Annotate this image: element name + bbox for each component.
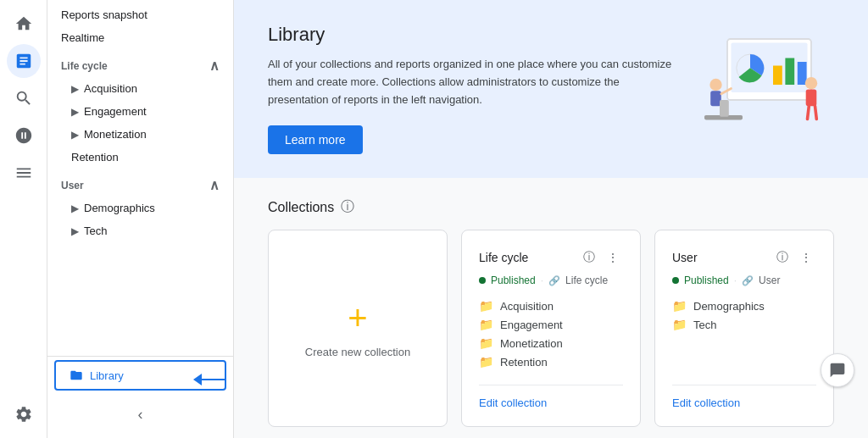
user-section-header[interactable]: User ∧ [47,169,233,197]
engagement-arrow-icon: ▶ [71,106,79,118]
svg-point-6 [709,79,721,91]
learn-more-button[interactable]: Learn more [268,125,363,154]
settings-nav-icon[interactable] [7,397,41,431]
user-card-title: User [672,251,698,264]
user-info-icon[interactable]: ⓘ [772,247,793,268]
lifecycle-collection-card: Life cycle ⓘ ⋮ Published · 🔗 Life cycle … [461,230,641,427]
chat-float-button[interactable] [821,353,854,387]
chat-icon [829,362,846,379]
svg-rect-14 [720,100,729,117]
lifecycle-card-header: Life cycle ⓘ ⋮ [479,247,623,268]
create-collection-card[interactable]: + Create new collection [268,230,448,427]
folder-icon: 📁 [672,318,687,331]
lifecycle-card-icons: ⓘ ⋮ [579,247,623,268]
monetization-arrow-icon: ▶ [71,129,79,141]
library-folder-icon [70,369,83,382]
user-link-icon: 🔗 [742,275,754,286]
list-item: 📁 Acquisition [479,297,623,315]
list-item: 📁 Retention [479,352,623,371]
lifecycle-published-label: Published [491,274,536,286]
user-chevron-icon: ∧ [209,177,220,193]
folder-icon: 📁 [479,336,493,350]
explore-nav-icon[interactable] [7,81,41,115]
reports-snapshot-nav[interactable]: Reports snapshot [47,3,233,26]
main-content: Library All of your collections and repo… [234,0,868,438]
library-banner: Library All of your collections and repo… [234,0,868,178]
user-published-label: Published [684,274,729,286]
user-card-items: 📁 Demographics 📁 Tech [672,297,816,371]
reports-nav-icon[interactable] [7,44,41,78]
retention-nav[interactable]: Retention [47,146,233,169]
library-nav[interactable]: Library [54,360,226,391]
folder-icon: 📁 [479,355,493,369]
lifecycle-more-icon[interactable]: ⋮ [603,247,623,268]
user-card-icons: ⓘ ⋮ [772,247,816,268]
collections-grid: + Create new collection Life cycle ⓘ ⋮ P… [268,230,834,427]
folder-icon: 📁 [479,318,493,331]
lifecycle-info-icon[interactable]: ⓘ [579,247,599,268]
library-description: All of your collections and reports orga… [268,56,682,108]
lifecycle-card-footer: Edit collection [479,385,623,409]
svg-rect-7 [710,91,721,106]
svg-rect-4 [798,62,807,85]
library-illustration-svg [682,24,834,146]
monetization-nav[interactable]: ▶ Monetization [47,123,233,146]
create-collection-plus-icon: + [348,299,367,337]
lifecycle-chevron-icon: ∧ [209,58,220,74]
lifecycle-section-header[interactable]: Life cycle ∧ [47,49,233,77]
svg-rect-2 [773,66,782,86]
tech-nav[interactable]: ▶ Tech [47,219,233,242]
svg-line-11 [808,106,810,119]
collections-title: Collections [268,200,334,215]
collapse-nav-container: ‹ [47,394,233,435]
user-card-header: User ⓘ ⋮ [672,247,816,268]
collapse-nav-button[interactable]: ‹ [127,401,154,428]
lifecycle-link-icon: 🔗 [548,275,560,286]
list-item: 📁 Tech [672,315,816,334]
icon-sidebar [0,0,47,438]
user-edit-link[interactable]: Edit collection [672,396,740,409]
svg-rect-10 [806,89,817,106]
list-item: 📁 Monetization [479,334,623,352]
svg-point-9 [805,77,817,89]
advertising-nav-icon[interactable] [7,119,41,152]
list-item: 📁 Demographics [672,297,816,315]
acquisition-arrow-icon: ▶ [71,83,79,95]
demographics-nav[interactable]: ▶ Demographics [47,197,233,219]
list-item: 📁 Engagement [479,315,623,334]
demographics-arrow-icon: ▶ [71,202,79,214]
library-title: Library [268,24,682,46]
tech-arrow-icon: ▶ [71,225,79,237]
realtime-nav[interactable]: Realtime [47,26,233,49]
user-status-dot [672,277,679,284]
collections-section: Collections ⓘ + Create new collection Li… [234,178,868,438]
nav-sidebar: Reports snapshot Realtime Life cycle ∧ ▶… [47,0,234,438]
user-card-status: Published · 🔗 User [672,274,816,286]
user-collection-card: User ⓘ ⋮ Published · 🔗 User 📁 [654,230,834,427]
lifecycle-edit-link[interactable]: Edit collection [479,396,547,409]
user-more-icon[interactable]: ⋮ [796,247,816,268]
engagement-nav[interactable]: ▶ Engagement [47,100,233,123]
library-banner-text: Library All of your collections and repo… [268,24,682,154]
configure-nav-icon[interactable] [7,156,41,190]
lifecycle-card-status: Published · 🔗 Life cycle [479,274,623,286]
collections-info-icon[interactable]: ⓘ [341,198,354,216]
user-link-label: User [759,274,780,286]
lifecycle-card-title: Life cycle [479,251,528,264]
home-nav-icon[interactable] [7,7,41,41]
user-card-footer: Edit collection [672,385,816,409]
collections-header: Collections ⓘ [268,198,834,216]
acquisition-nav[interactable]: ▶ Acquisition [47,77,233,100]
banner-illustration [682,24,834,148]
lifecycle-status-dot [479,277,486,284]
folder-icon: 📁 [672,299,687,313]
lifecycle-link-label: Life cycle [565,274,608,286]
create-collection-label: Create new collection [305,346,410,358]
folder-icon: 📁 [479,299,493,313]
svg-rect-3 [785,58,794,86]
lifecycle-card-items: 📁 Acquisition 📁 Engagement 📁 Monetizatio… [479,297,623,371]
svg-line-12 [815,106,817,119]
